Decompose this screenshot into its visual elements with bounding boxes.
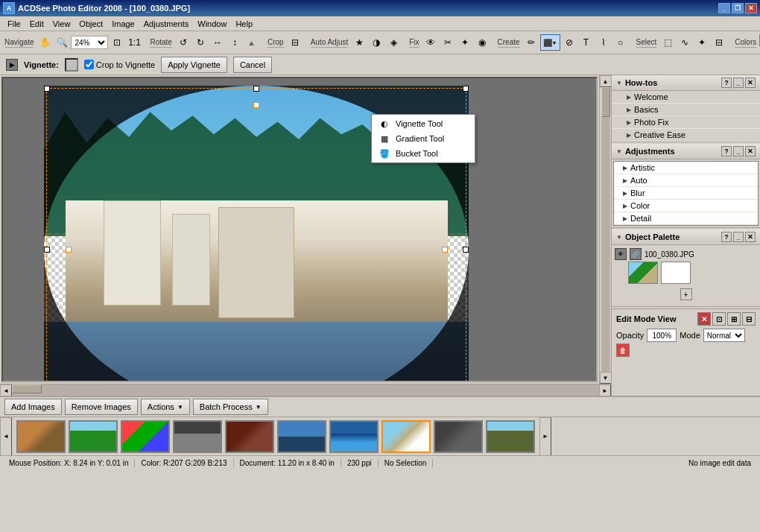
tool-rotate-ccw[interactable]: ↺ [175, 34, 191, 51]
cancel-vignette-button[interactable]: Cancel [233, 57, 272, 73]
howtos-help[interactable]: ? [721, 77, 732, 88]
scroll-left-button[interactable]: ◄ [0, 384, 12, 396]
menu-edit[interactable]: Edit [25, 18, 48, 30]
scroll-thumb-h[interactable] [12, 384, 42, 393]
adj-more[interactable]: ▶ Detail [614, 212, 758, 225]
obj-add-button[interactable]: + [680, 288, 692, 300]
tool-redeye[interactable]: 👁 [422, 34, 439, 51]
film-thumb-3[interactable] [121, 420, 170, 453]
crop-to-vignette-label[interactable]: Crop to Vignette [84, 60, 155, 69]
opacity-input[interactable] [647, 329, 677, 342]
menu-adjustments[interactable]: Adjustments [139, 18, 194, 30]
remove-images-button[interactable]: Remove Images [65, 399, 138, 415]
film-thumb-1[interactable] [16, 420, 66, 453]
tool-select-magic[interactable]: ✦ [694, 34, 710, 51]
crop-to-vignette-checkbox[interactable] [84, 60, 94, 69]
menu-window[interactable]: Window [193, 18, 231, 30]
scroll-thumb-v[interactable] [601, 87, 610, 117]
howtos-close[interactable]: ✕ [745, 77, 756, 88]
create-dropdown[interactable]: ⬛ ▼ [540, 34, 560, 51]
film-scroll-left[interactable]: ◄ [0, 417, 12, 455]
tool-crop[interactable]: ⊟ [287, 34, 303, 51]
zoom-select[interactable]: 24%50%100% [71, 36, 108, 49]
film-scroll-right[interactable]: ► [539, 417, 551, 455]
obj-eye-icon[interactable]: 👁 [615, 248, 627, 260]
tool-auto-sharpen[interactable]: ◈ [385, 34, 402, 51]
obj-thumb-photo[interactable] [628, 262, 658, 284]
scroll-track-v[interactable] [601, 87, 610, 372]
obj-close[interactable]: ✕ [745, 232, 756, 242]
obj-help[interactable]: ? [721, 232, 732, 242]
edit-mode-btn1[interactable]: ✕ [697, 312, 711, 326]
tool-auto-level[interactable]: ★ [351, 34, 367, 51]
adj-color[interactable]: ▶ Color [614, 200, 758, 212]
batch-process-button[interactable]: Batch Process ▼ [193, 399, 268, 415]
tool-zoom-out[interactable]: 🔍 [54, 34, 70, 51]
ellipse-handle-top[interactable] [253, 102, 259, 108]
film-thumb-10[interactable] [486, 420, 535, 453]
howtos-basics[interactable]: ▶ Basics [612, 104, 760, 116]
vignette-color-swatch[interactable] [65, 58, 78, 72]
menu-object[interactable]: Object [75, 18, 107, 30]
scrollbar-vertical[interactable]: ▲ ▼ [599, 75, 611, 384]
tool-text[interactable]: T [578, 34, 595, 51]
tool-zoom-fit[interactable]: ⊡ [109, 34, 125, 51]
film-thumb-7[interactable] [329, 420, 379, 453]
menu-item-gradient[interactable]: ▦ Gradient Tool [372, 131, 475, 146]
menu-item-bucket[interactable]: 🪣 Bucket Tool [372, 146, 475, 161]
obj-min[interactable]: _ [733, 232, 744, 242]
howtos-min[interactable]: _ [733, 77, 744, 88]
adj-blur[interactable]: ▶ Blur [614, 187, 758, 200]
adj-auto[interactable]: ▶ Auto [614, 174, 758, 187]
tool-shape[interactable]: ○ [612, 34, 629, 51]
scroll-down-button[interactable]: ▼ [600, 372, 612, 384]
minimize-button[interactable]: _ [718, 3, 730, 13]
tool-clone[interactable]: ✂ [440, 34, 456, 51]
menu-help[interactable]: Help [231, 18, 257, 30]
tool-rotate-cw[interactable]: ↻ [192, 34, 209, 51]
menu-file[interactable]: File [3, 18, 25, 30]
tool-flip-h[interactable]: ↔ [209, 34, 226, 51]
tool-select-lasso[interactable]: ∿ [677, 34, 693, 51]
adj-help[interactable]: ? [721, 146, 732, 156]
menu-image[interactable]: Image [107, 18, 139, 30]
tool-hand[interactable]: ✋ [37, 34, 53, 51]
film-thumb-2[interactable] [69, 420, 118, 453]
tool-line[interactable]: ⌇ [595, 34, 612, 51]
tool-blur-sharp[interactable]: ◉ [474, 34, 490, 51]
handle-ml[interactable] [44, 247, 50, 253]
adjustments-header[interactable]: ▼ Adjustments ? _ ✕ [612, 144, 760, 159]
obj-header[interactable]: ▼ Object Palette ? _ ✕ [612, 229, 760, 245]
film-thumb-9[interactable] [434, 420, 483, 453]
edit-mode-btn4[interactable]: ⊟ [742, 312, 756, 326]
ellipse-handle-right[interactable] [442, 247, 448, 253]
film-thumb-8[interactable] [381, 420, 431, 453]
canvas-area[interactable]: ◐ Vignette Tool ▦ Gradient Tool 🪣 Bucket… [1, 77, 598, 382]
film-thumb-4[interactable] [173, 420, 222, 453]
tool-zoom-actual[interactable]: 1:1 [126, 34, 142, 51]
tool-select-deselect[interactable]: ⊟ [711, 34, 727, 51]
tool-erase[interactable]: ⊘ [561, 34, 577, 51]
tool-draw[interactable]: ✏ [523, 34, 539, 51]
handle-tm[interactable] [253, 86, 259, 92]
edit-mode-btn3[interactable]: ⊞ [727, 312, 741, 326]
film-thumb-5[interactable] [225, 420, 274, 453]
scroll-right-button[interactable]: ► [599, 384, 611, 396]
howtos-photofix[interactable]: ▶ Photo Fix [612, 116, 760, 129]
close-button[interactable]: ✕ [745, 3, 757, 13]
apply-vignette-button[interactable]: Apply Vignette [161, 57, 227, 73]
edit-mode-btn2[interactable]: ⊡ [712, 312, 726, 326]
handle-tl[interactable] [44, 86, 50, 92]
tool-flip-v[interactable]: ↕ [227, 34, 243, 51]
ellipse-handle-left[interactable] [66, 247, 72, 253]
obj-chain-icon[interactable]: 🔗 [630, 248, 642, 260]
actions-button[interactable]: Actions ▼ [141, 399, 190, 415]
handle-mr[interactable] [463, 247, 469, 253]
trash-button[interactable]: 🗑 [616, 343, 630, 357]
howtos-header[interactable]: ▼ How-tos ? _ ✕ [612, 75, 760, 91]
mode-select[interactable]: Normal Multiply Screen [703, 329, 745, 342]
scroll-track-h[interactable] [12, 384, 599, 396]
menu-view[interactable]: View [48, 18, 75, 30]
howtos-creative[interactable]: ▶ Creative Ease [612, 129, 760, 142]
tool-heal[interactable]: ✦ [457, 34, 473, 51]
